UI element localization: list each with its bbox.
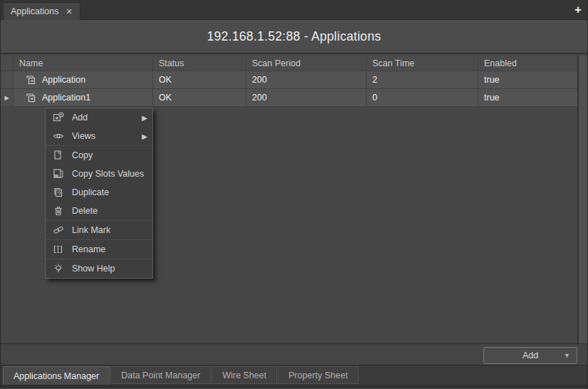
application-window: Applications ✕ + 192.168.1.52:88 - Appli… (0, 0, 588, 389)
tab-wire-sheet[interactable]: Wire Sheet (211, 366, 277, 384)
eye-icon (53, 130, 64, 142)
menu-item-views[interactable]: Views ▶ (46, 127, 152, 145)
cell-enabled[interactable]: true (478, 71, 579, 89)
add-dropdown-button[interactable]: Add ▼ (483, 347, 577, 364)
duplicate-icon (53, 187, 64, 198)
menu-item-label: Copy Slots Values (72, 169, 144, 179)
menu-item-delete[interactable]: Delete (46, 202, 152, 220)
submenu-arrow-icon: ▶ (142, 114, 147, 122)
vertical-scrollbar[interactable] (577, 56, 587, 343)
menu-item-duplicate[interactable]: Duplicate (46, 183, 152, 202)
menu-item-label: Show Help (72, 264, 115, 274)
copy-values-icon: 123 (53, 168, 64, 180)
application-icon (26, 93, 36, 103)
column-header-scan-time[interactable]: Scan Time (367, 56, 478, 71)
table-header-row: Name Status Scan Period Scan Time Enable… (1, 56, 579, 71)
cell-scan-time[interactable]: 0 (367, 89, 478, 107)
add-button-label: Add (523, 351, 538, 361)
submenu-arrow-icon: ▶ (142, 133, 147, 140)
close-tab-icon[interactable]: ✕ (65, 7, 72, 16)
rename-icon (53, 244, 64, 255)
menu-item-label: Link Mark (72, 225, 110, 235)
cell-scan-period[interactable]: 200 (246, 71, 367, 89)
menu-item-link-mark[interactable]: Link Mark (46, 220, 152, 239)
context-menu: Add ▶ Views ▶ Copy (45, 108, 153, 279)
row-gutter: ▶ (1, 89, 14, 107)
footer-bar: Add ▼ (1, 343, 587, 365)
tab-data-point-manager[interactable]: Data Point Manager (110, 366, 211, 384)
menu-item-label: Views (72, 131, 95, 141)
new-tab-icon[interactable]: + (574, 1, 582, 19)
window-bottom-edge (1, 385, 587, 389)
menu-item-label: Duplicate (72, 187, 109, 197)
tab-applications-label: Applications (11, 6, 58, 16)
cell-name[interactable]: Application (14, 71, 153, 89)
application-icon (26, 75, 36, 85)
help-bulb-icon (53, 263, 64, 274)
cell-enabled[interactable]: true (478, 89, 579, 107)
menu-item-rename[interactable]: Rename (46, 239, 152, 259)
copy-icon (53, 150, 64, 161)
link-icon (53, 224, 64, 236)
row-gutter (1, 71, 14, 89)
cell-status[interactable]: OK (153, 71, 246, 89)
title-panel: 192.168.1.52:88 - Applications (1, 20, 587, 54)
cell-status[interactable]: OK (153, 89, 246, 107)
view-title: 192.168.1.52:88 - Applications (207, 29, 381, 44)
menu-item-copy-slots-values[interactable]: 123 Copy Slots Values (46, 165, 152, 183)
table-row-selected[interactable]: ▶ Application1 OK 200 0 true (1, 89, 579, 107)
column-header-status[interactable]: Status (153, 56, 246, 71)
column-header-enabled[interactable]: Enabled (478, 56, 579, 71)
tab-applications-manager[interactable]: Applications Manager (3, 366, 110, 385)
tab-property-sheet[interactable]: Property Sheet (278, 366, 358, 384)
table-row[interactable]: Application OK 200 2 true (1, 71, 579, 89)
trash-icon (53, 205, 64, 217)
applications-table: Name Status Scan Period Scan Time Enable… (1, 56, 579, 107)
add-widget-icon (53, 112, 64, 123)
tab-applications[interactable]: Applications ✕ (3, 2, 80, 20)
top-tab-bar: Applications ✕ + (1, 0, 587, 20)
bottom-tab-bar: Applications Manager Data Point Manager … (1, 365, 587, 385)
cell-name[interactable]: Application1 (14, 89, 153, 107)
menu-item-label: Delete (72, 206, 98, 216)
selected-row-pointer-icon: ▶ (4, 95, 9, 101)
menu-item-copy[interactable]: Copy (46, 145, 152, 165)
cell-scan-period[interactable]: 200 (246, 89, 367, 107)
menu-item-label: Copy (72, 150, 93, 160)
header-gutter (1, 56, 14, 71)
dropdown-arrow-icon: ▼ (564, 352, 570, 359)
column-header-scan-period[interactable]: Scan Period (246, 56, 367, 71)
menu-item-label: Add (72, 113, 88, 123)
column-header-name[interactable]: Name (14, 56, 153, 71)
menu-item-label: Rename (72, 244, 105, 254)
menu-item-add[interactable]: Add ▶ (46, 108, 152, 127)
menu-item-show-help[interactable]: Show Help (46, 259, 152, 278)
cell-scan-time[interactable]: 2 (367, 71, 478, 89)
